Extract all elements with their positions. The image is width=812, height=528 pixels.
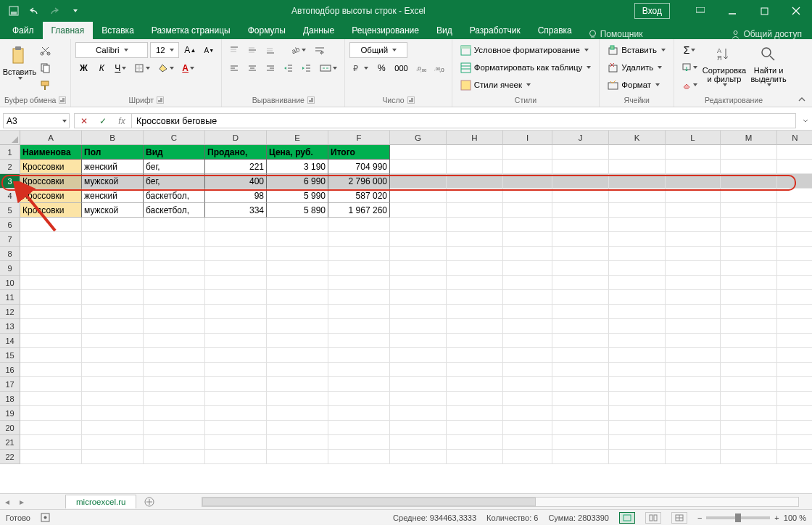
merge-button[interactable] <box>317 60 340 76</box>
clear-button[interactable] <box>679 77 700 93</box>
cell[interactable] <box>609 334 666 348</box>
cell[interactable] <box>205 421 267 435</box>
cell[interactable] <box>267 319 328 334</box>
cell[interactable] <box>447 377 503 392</box>
cell[interactable] <box>144 392 205 406</box>
cell[interactable] <box>503 290 552 305</box>
cell[interactable] <box>666 276 721 290</box>
row-header[interactable]: 20 <box>0 421 20 435</box>
align-center-button[interactable] <box>244 60 260 76</box>
cell[interactable] <box>503 363 552 377</box>
cell[interactable] <box>777 218 812 232</box>
delete-cells-button[interactable]: Удалить <box>604 59 669 75</box>
cell[interactable] <box>390 334 447 348</box>
cut-button[interactable] <box>37 42 54 58</box>
cell[interactable] <box>205 377 267 392</box>
row-header[interactable]: 6 <box>0 218 20 232</box>
cell[interactable] <box>267 421 328 435</box>
cell[interactable] <box>609 145 666 160</box>
cell[interactable] <box>447 348 503 363</box>
cell[interactable] <box>552 160 609 174</box>
cell[interactable] <box>205 261 267 276</box>
cell[interactable] <box>552 145 609 160</box>
cell[interactable] <box>721 348 777 363</box>
tab-help[interactable]: Справка <box>529 22 581 39</box>
cell[interactable] <box>267 348 328 363</box>
cell[interactable] <box>267 261 328 276</box>
cell[interactable] <box>503 377 552 392</box>
cell[interactable] <box>144 377 205 392</box>
column-header[interactable]: K <box>609 131 666 145</box>
align-top-button[interactable] <box>226 42 242 58</box>
cell[interactable] <box>205 319 267 334</box>
cell[interactable]: 334 <box>205 203 267 218</box>
cell[interactable] <box>447 421 503 435</box>
cell[interactable] <box>666 363 721 377</box>
cell[interactable] <box>328 218 390 232</box>
cell[interactable] <box>144 406 205 421</box>
worksheet-grid[interactable]: ABCDEFGHIJKLMN1НаименоваПолВидПродано,Це… <box>0 131 812 493</box>
cell[interactable]: 704 990 <box>328 160 390 174</box>
cell[interactable] <box>20 421 82 435</box>
cell[interactable]: 1 967 260 <box>328 203 390 218</box>
cell[interactable] <box>82 232 144 247</box>
cell[interactable] <box>721 450 777 464</box>
bold-button[interactable]: Ж <box>75 60 91 76</box>
cell[interactable] <box>609 160 666 174</box>
cell[interactable] <box>609 348 666 363</box>
cell[interactable] <box>666 261 721 276</box>
cell[interactable] <box>328 319 390 334</box>
cell[interactable] <box>390 421 447 435</box>
cell[interactable] <box>609 174 666 189</box>
cell[interactable] <box>205 305 267 319</box>
copy-button[interactable] <box>37 59 54 75</box>
cell[interactable] <box>144 363 205 377</box>
cell[interactable] <box>328 421 390 435</box>
cell[interactable] <box>82 261 144 276</box>
sort-filter-button[interactable]: АЯСортировка и фильтр <box>703 42 746 90</box>
cell[interactable] <box>205 450 267 464</box>
cell[interactable] <box>447 174 503 189</box>
cell[interactable] <box>390 392 447 406</box>
cell[interactable] <box>552 406 609 421</box>
increase-font-button[interactable]: A▲ <box>181 42 199 58</box>
row-header[interactable]: 22 <box>0 450 20 464</box>
cell[interactable] <box>447 189 503 203</box>
cell[interactable] <box>267 406 328 421</box>
cell[interactable] <box>609 261 666 276</box>
cell[interactable]: Кроссовки <box>20 203 82 218</box>
cell[interactable] <box>777 421 812 435</box>
cell[interactable] <box>390 319 447 334</box>
cell[interactable] <box>144 450 205 464</box>
cell[interactable] <box>205 334 267 348</box>
underline-button[interactable]: Ч <box>112 60 129 76</box>
cell[interactable] <box>328 276 390 290</box>
font-dialog-launcher[interactable] <box>157 96 164 104</box>
italic-button[interactable]: К <box>94 60 109 76</box>
cell[interactable] <box>777 392 812 406</box>
cell[interactable] <box>20 392 82 406</box>
cell[interactable] <box>503 421 552 435</box>
cell[interactable] <box>82 276 144 290</box>
cell[interactable] <box>609 232 666 247</box>
cell[interactable] <box>144 334 205 348</box>
cell[interactable] <box>144 319 205 334</box>
expand-formula-bar-icon[interactable] <box>799 112 812 130</box>
cell[interactable] <box>205 406 267 421</box>
cell[interactable] <box>721 406 777 421</box>
cell[interactable] <box>328 334 390 348</box>
cell[interactable] <box>328 435 390 450</box>
cell[interactable] <box>447 305 503 319</box>
cell[interactable] <box>503 232 552 247</box>
row-header[interactable]: 4 <box>0 189 20 203</box>
cell[interactable] <box>777 160 812 174</box>
cell[interactable] <box>552 203 609 218</box>
column-header[interactable]: B <box>82 131 144 145</box>
alignment-dialog-launcher[interactable] <box>307 96 315 104</box>
cell[interactable] <box>328 377 390 392</box>
cell[interactable] <box>447 450 503 464</box>
cell[interactable] <box>267 392 328 406</box>
insert-cells-button[interactable]: Вставить <box>604 42 669 58</box>
tab-data[interactable]: Данные <box>294 22 343 39</box>
cell[interactable] <box>447 203 503 218</box>
